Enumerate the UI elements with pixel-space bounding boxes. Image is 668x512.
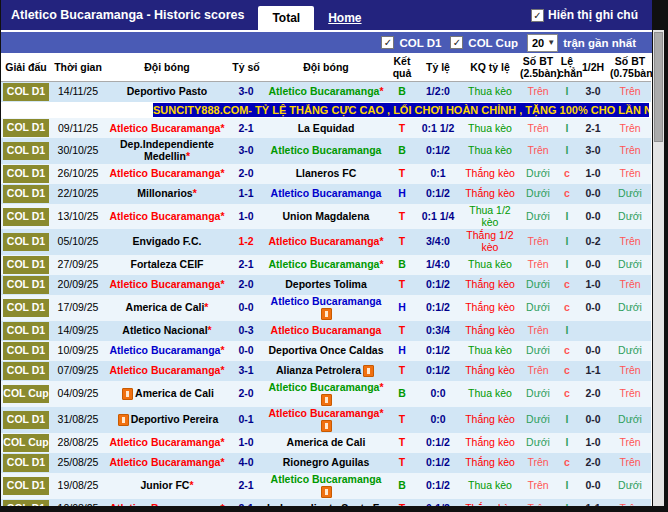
odds-outcome: Thắng kèo — [461, 164, 519, 184]
match-score[interactable]: 2-0 — [229, 275, 263, 295]
show-notes-checkbox[interactable]: ✓ — [531, 9, 544, 22]
fulltime-score[interactable]: 3-0 — [238, 144, 253, 156]
fulltime-score[interactable]: 2-0 — [238, 167, 253, 179]
home-team-link[interactable]: Atletico Bucaramanga* — [110, 122, 225, 134]
match-score[interactable]: 0-0 — [229, 295, 263, 321]
vertical-scrollbar[interactable] — [653, 30, 664, 506]
away-team-link[interactable]: Rionegro Aguilas — [283, 456, 370, 468]
result-letter: T — [399, 413, 405, 425]
match-score[interactable]: 1-0 — [229, 204, 263, 230]
match-score[interactable]: 3-0 — [229, 138, 263, 164]
team-note-icon — [118, 414, 129, 426]
home-team-link[interactable]: Dep.Independiente Medellin* — [120, 138, 214, 162]
match-score[interactable]: 2-1 — [229, 118, 263, 138]
home-team-link[interactable]: Atletico Bucaramanga* — [110, 344, 225, 356]
home-team-link[interactable]: America de Cali* — [126, 301, 209, 313]
over-under-0-75-value: Trên — [609, 138, 651, 164]
over-under-0-75-value: Dưới — [609, 473, 651, 499]
home-team-link[interactable]: Millonarios* — [137, 187, 197, 199]
scrollbar-thumb[interactable] — [654, 32, 663, 142]
match-score[interactable]: 0-1 — [229, 407, 263, 433]
match-count-select[interactable]: 20 ▼ — [527, 34, 558, 52]
fulltime-score[interactable]: 0-3 — [238, 324, 253, 336]
away-team-link[interactable]: Atletico Bucaramanga* — [269, 407, 384, 431]
home-team-link[interactable]: Envigado F.C. — [133, 235, 202, 247]
home-team-link[interactable]: Atletico Nacional* — [122, 324, 211, 336]
match-score[interactable]: 2-1 — [229, 255, 263, 275]
fulltime-score[interactable]: 3-0 — [238, 85, 253, 97]
match-score[interactable]: 2-0 — [229, 381, 263, 407]
away-team-link[interactable]: Deportiva Once Caldas — [269, 344, 384, 356]
show-notes-toggle[interactable]: ✓ Hiển thị ghi chú — [531, 8, 652, 22]
fulltime-score[interactable]: 2-1 — [238, 258, 253, 270]
home-team-link[interactable]: Atletico Bucaramanga* — [110, 502, 225, 506]
league-cell: COL D1 — [1, 473, 51, 499]
match-score[interactable]: 3-0 — [229, 82, 263, 103]
filter-col-d1-checkbox[interactable]: ✓ — [381, 36, 394, 49]
away-team-link[interactable]: America de Cali — [287, 436, 366, 448]
tab-total[interactable]: Total — [258, 6, 314, 30]
league-badge: COL Cup — [3, 434, 49, 452]
match-score[interactable]: 1-0 — [229, 433, 263, 453]
fulltime-score[interactable]: 3-1 — [238, 364, 253, 376]
filter-col-cup-checkbox[interactable]: ✓ — [450, 36, 463, 49]
handicap-odds: 0:1/2 — [415, 295, 461, 321]
home-team-link[interactable]: Atletico Bucaramanga* — [110, 210, 225, 222]
away-team-link[interactable]: Atletico Bucaramanga — [271, 324, 382, 336]
home-team-link[interactable]: Atletico Bucaramanga* — [110, 364, 225, 376]
away-team-link[interactable]: Alianza Petrolera — [276, 364, 376, 376]
match-score[interactable]: 3-1 — [229, 361, 263, 381]
match-score[interactable]: 2-1 — [229, 473, 263, 499]
fulltime-score[interactable]: 0-1 — [238, 413, 253, 425]
away-team-link[interactable]: Atletico Bucaramanga — [271, 144, 382, 156]
halftime-score-value: 2-1 — [585, 122, 600, 134]
fulltime-score[interactable]: 1-1 — [238, 187, 253, 199]
away-team-link[interactable]: Atletico Bucaramanga — [271, 473, 382, 497]
home-team-link[interactable]: Atletico Bucaramanga* — [110, 278, 225, 290]
fulltime-score[interactable]: 2-1 — [238, 479, 253, 491]
result-letter-cell: B — [389, 255, 415, 275]
away-team-link[interactable]: Union Magdalena — [283, 210, 370, 222]
away-team-link[interactable]: Llaneros FC — [296, 167, 357, 179]
match-score[interactable]: 2-1 — [229, 499, 263, 506]
away-team-link[interactable]: Independiente Santa Fe — [267, 502, 385, 506]
tab-home[interactable]: Home — [314, 6, 375, 30]
home-team-link[interactable]: America de Cali — [120, 387, 214, 399]
match-score[interactable]: 2-0 — [229, 164, 263, 184]
fulltime-score[interactable]: 2-0 — [238, 387, 253, 399]
fulltime-score[interactable]: 1-0 — [238, 436, 253, 448]
away-team-link[interactable]: Deportes Tolima — [285, 278, 367, 290]
home-team-link[interactable]: Junior FC* — [140, 479, 193, 491]
home-team-link[interactable]: Deportivo Pereira — [116, 413, 219, 425]
fulltime-score[interactable]: 2-1 — [238, 122, 253, 134]
home-team-link[interactable]: Atletico Bucaramanga* — [110, 436, 225, 448]
home-team-link[interactable]: Fortaleza CEIF — [131, 258, 204, 270]
away-team-link[interactable]: Atletico Bucaramanga — [271, 187, 382, 199]
home-team-link[interactable]: Deportivo Pasto — [127, 85, 208, 97]
fulltime-score[interactable]: 2-0 — [238, 278, 253, 290]
col-odds-result: KQ tỷ lệ — [461, 53, 519, 82]
match-score[interactable]: 1-1 — [229, 184, 263, 204]
home-team-link[interactable]: Atletico Bucaramanga* — [110, 456, 225, 468]
fulltime-score[interactable]: 1-0 — [238, 210, 253, 222]
fulltime-score[interactable]: 2-1 — [238, 502, 253, 506]
halftime-score: 1-0 — [577, 275, 609, 295]
home-team-link[interactable]: Atletico Bucaramanga* — [110, 167, 225, 179]
match-score[interactable]: 0-3 — [229, 321, 263, 341]
ad-banner-link[interactable]: SUNCITY888.COM- TỶ LỆ THẮNG CỰC CAO , LỐ… — [153, 103, 649, 117]
result-letter-cell: T — [389, 321, 415, 341]
away-team-link[interactable]: Atletico Bucaramanga* — [269, 235, 384, 247]
away-team-link[interactable]: La Equidad — [298, 122, 355, 134]
fulltime-score[interactable]: 0-0 — [238, 301, 253, 313]
halftime-score-value: 3-0 — [585, 144, 600, 156]
match-score[interactable]: 4-0 — [229, 453, 263, 473]
fulltime-score[interactable]: 0-0 — [238, 344, 253, 356]
away-team-link[interactable]: Atletico Bucaramanga* — [269, 258, 384, 270]
away-team-link[interactable]: Atletico Bucaramanga* — [269, 381, 384, 405]
fulltime-score[interactable]: 1-2 — [238, 235, 253, 247]
match-score[interactable]: 1-2 — [229, 229, 263, 255]
match-score[interactable]: 0-0 — [229, 341, 263, 361]
away-team-link[interactable]: Atletico Bucaramanga — [271, 295, 382, 319]
fulltime-score[interactable]: 4-0 — [238, 456, 253, 468]
away-team-link[interactable]: Atletico Bucaramanga* — [269, 85, 384, 97]
